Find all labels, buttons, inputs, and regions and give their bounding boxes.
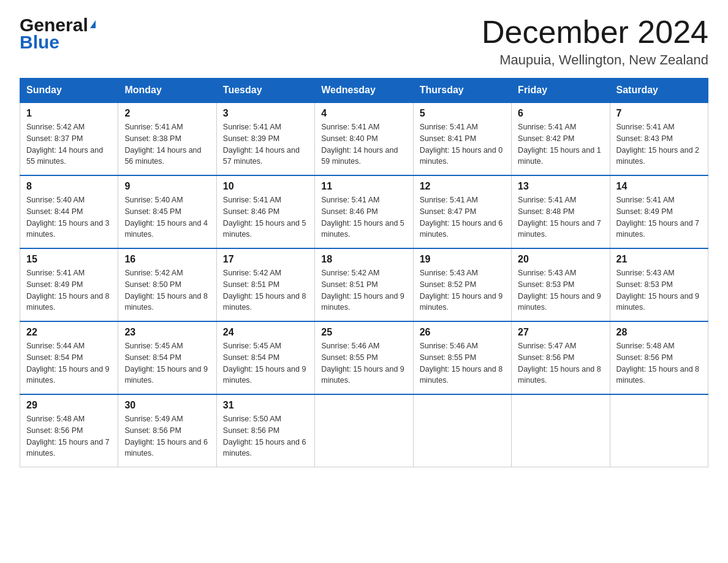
calendar-cell bbox=[512, 394, 610, 467]
calendar-table: SundayMondayTuesdayWednesdayThursdayFrid… bbox=[20, 78, 708, 467]
day-number: 30 bbox=[124, 400, 210, 411]
day-number: 15 bbox=[26, 254, 112, 265]
calendar-cell: 19 Sunrise: 5:43 AMSunset: 8:52 PMDaylig… bbox=[413, 248, 511, 321]
day-info: Sunrise: 5:41 AMSunset: 8:43 PMDaylight:… bbox=[616, 121, 702, 167]
day-info: Sunrise: 5:41 AMSunset: 8:47 PMDaylight:… bbox=[420, 194, 505, 240]
day-info: Sunrise: 5:43 AMSunset: 8:52 PMDaylight:… bbox=[420, 267, 505, 313]
calendar-cell: 13 Sunrise: 5:41 AMSunset: 8:48 PMDaylig… bbox=[512, 175, 610, 248]
calendar-cell: 22 Sunrise: 5:44 AMSunset: 8:54 PMDaylig… bbox=[20, 321, 118, 394]
weekday-header-friday: Friday bbox=[512, 79, 610, 103]
day-number: 4 bbox=[321, 108, 406, 119]
weekday-header-monday: Monday bbox=[118, 79, 216, 103]
day-number: 20 bbox=[518, 254, 603, 265]
calendar-cell: 3 Sunrise: 5:41 AMSunset: 8:39 PMDayligh… bbox=[216, 102, 314, 175]
calendar-week-row: 15 Sunrise: 5:41 AMSunset: 8:49 PMDaylig… bbox=[20, 248, 708, 321]
day-info: Sunrise: 5:41 AMSunset: 8:38 PMDaylight:… bbox=[124, 121, 210, 167]
calendar-week-row: 1 Sunrise: 5:42 AMSunset: 8:37 PMDayligh… bbox=[20, 102, 708, 175]
calendar-cell: 21 Sunrise: 5:43 AMSunset: 8:53 PMDaylig… bbox=[610, 248, 708, 321]
calendar-cell: 11 Sunrise: 5:41 AMSunset: 8:46 PMDaylig… bbox=[315, 175, 413, 248]
day-info: Sunrise: 5:41 AMSunset: 8:42 PMDaylight:… bbox=[518, 121, 603, 167]
weekday-header-wednesday: Wednesday bbox=[315, 79, 413, 103]
day-number: 29 bbox=[26, 400, 112, 411]
calendar-cell: 29 Sunrise: 5:48 AMSunset: 8:56 PMDaylig… bbox=[20, 394, 118, 467]
weekday-header-sunday: Sunday bbox=[20, 79, 118, 103]
day-info: Sunrise: 5:47 AMSunset: 8:56 PMDaylight:… bbox=[518, 340, 603, 386]
day-number: 2 bbox=[124, 108, 210, 119]
day-info: Sunrise: 5:40 AMSunset: 8:44 PMDaylight:… bbox=[26, 194, 112, 240]
day-number: 18 bbox=[321, 254, 406, 265]
calendar-cell: 30 Sunrise: 5:49 AMSunset: 8:56 PMDaylig… bbox=[118, 394, 216, 467]
day-number: 17 bbox=[223, 254, 308, 265]
day-number: 13 bbox=[518, 181, 603, 192]
calendar-subtitle: Maupuia, Wellington, New Zealand bbox=[482, 52, 708, 68]
weekday-header-saturday: Saturday bbox=[610, 79, 708, 103]
logo-triangle-icon bbox=[90, 20, 96, 28]
day-info: Sunrise: 5:41 AMSunset: 8:39 PMDaylight:… bbox=[223, 121, 308, 167]
day-info: Sunrise: 5:42 AMSunset: 8:51 PMDaylight:… bbox=[321, 267, 406, 313]
calendar-cell: 5 Sunrise: 5:41 AMSunset: 8:41 PMDayligh… bbox=[413, 102, 511, 175]
day-number: 31 bbox=[223, 400, 308, 411]
calendar-cell: 4 Sunrise: 5:41 AMSunset: 8:40 PMDayligh… bbox=[315, 102, 413, 175]
page-header: General Blue December 2024 Maupuia, Well… bbox=[20, 15, 708, 68]
calendar-cell: 6 Sunrise: 5:41 AMSunset: 8:42 PMDayligh… bbox=[512, 102, 610, 175]
calendar-cell: 20 Sunrise: 5:43 AMSunset: 8:53 PMDaylig… bbox=[512, 248, 610, 321]
day-number: 16 bbox=[124, 254, 210, 265]
weekday-header-row: SundayMondayTuesdayWednesdayThursdayFrid… bbox=[20, 79, 708, 103]
day-number: 11 bbox=[321, 181, 406, 192]
calendar-title: December 2024 bbox=[482, 15, 708, 50]
calendar-cell bbox=[610, 394, 708, 467]
calendar-cell: 27 Sunrise: 5:47 AMSunset: 8:56 PMDaylig… bbox=[512, 321, 610, 394]
day-number: 24 bbox=[223, 327, 308, 338]
day-info: Sunrise: 5:41 AMSunset: 8:48 PMDaylight:… bbox=[518, 194, 603, 240]
day-number: 6 bbox=[518, 108, 603, 119]
day-number: 21 bbox=[616, 254, 702, 265]
day-number: 22 bbox=[26, 327, 112, 338]
day-number: 27 bbox=[518, 327, 603, 338]
calendar-week-row: 22 Sunrise: 5:44 AMSunset: 8:54 PMDaylig… bbox=[20, 321, 708, 394]
logo: General Blue bbox=[20, 15, 96, 53]
calendar-cell bbox=[315, 394, 413, 467]
day-info: Sunrise: 5:42 AMSunset: 8:37 PMDaylight:… bbox=[26, 121, 112, 167]
day-info: Sunrise: 5:41 AMSunset: 8:49 PMDaylight:… bbox=[616, 194, 702, 240]
logo-blue-text: Blue bbox=[20, 32, 59, 53]
day-info: Sunrise: 5:48 AMSunset: 8:56 PMDaylight:… bbox=[26, 413, 112, 459]
calendar-cell: 25 Sunrise: 5:46 AMSunset: 8:55 PMDaylig… bbox=[315, 321, 413, 394]
calendar-cell: 12 Sunrise: 5:41 AMSunset: 8:47 PMDaylig… bbox=[413, 175, 511, 248]
calendar-cell: 16 Sunrise: 5:42 AMSunset: 8:50 PMDaylig… bbox=[118, 248, 216, 321]
day-number: 3 bbox=[223, 108, 308, 119]
calendar-cell: 9 Sunrise: 5:40 AMSunset: 8:45 PMDayligh… bbox=[118, 175, 216, 248]
calendar-cell: 18 Sunrise: 5:42 AMSunset: 8:51 PMDaylig… bbox=[315, 248, 413, 321]
calendar-cell: 23 Sunrise: 5:45 AMSunset: 8:54 PMDaylig… bbox=[118, 321, 216, 394]
calendar-cell bbox=[413, 394, 511, 467]
calendar-cell: 1 Sunrise: 5:42 AMSunset: 8:37 PMDayligh… bbox=[20, 102, 118, 175]
day-number: 28 bbox=[616, 327, 702, 338]
day-info: Sunrise: 5:46 AMSunset: 8:55 PMDaylight:… bbox=[420, 340, 505, 386]
calendar-cell: 10 Sunrise: 5:41 AMSunset: 8:46 PMDaylig… bbox=[216, 175, 314, 248]
day-info: Sunrise: 5:41 AMSunset: 8:40 PMDaylight:… bbox=[321, 121, 406, 167]
calendar-cell: 28 Sunrise: 5:48 AMSunset: 8:56 PMDaylig… bbox=[610, 321, 708, 394]
calendar-cell: 8 Sunrise: 5:40 AMSunset: 8:44 PMDayligh… bbox=[20, 175, 118, 248]
day-info: Sunrise: 5:43 AMSunset: 8:53 PMDaylight:… bbox=[518, 267, 603, 313]
day-info: Sunrise: 5:45 AMSunset: 8:54 PMDaylight:… bbox=[223, 340, 308, 386]
calendar-cell: 14 Sunrise: 5:41 AMSunset: 8:49 PMDaylig… bbox=[610, 175, 708, 248]
day-number: 8 bbox=[26, 181, 112, 192]
day-info: Sunrise: 5:49 AMSunset: 8:56 PMDaylight:… bbox=[124, 413, 210, 459]
day-number: 14 bbox=[616, 181, 702, 192]
day-info: Sunrise: 5:40 AMSunset: 8:45 PMDaylight:… bbox=[124, 194, 210, 240]
calendar-cell: 2 Sunrise: 5:41 AMSunset: 8:38 PMDayligh… bbox=[118, 102, 216, 175]
calendar-cell: 31 Sunrise: 5:50 AMSunset: 8:56 PMDaylig… bbox=[216, 394, 314, 467]
calendar-cell: 17 Sunrise: 5:42 AMSunset: 8:51 PMDaylig… bbox=[216, 248, 314, 321]
day-number: 19 bbox=[420, 254, 505, 265]
day-info: Sunrise: 5:43 AMSunset: 8:53 PMDaylight:… bbox=[616, 267, 702, 313]
day-info: Sunrise: 5:48 AMSunset: 8:56 PMDaylight:… bbox=[616, 340, 702, 386]
day-number: 5 bbox=[420, 108, 505, 119]
calendar-week-row: 8 Sunrise: 5:40 AMSunset: 8:44 PMDayligh… bbox=[20, 175, 708, 248]
day-number: 9 bbox=[124, 181, 210, 192]
day-info: Sunrise: 5:41 AMSunset: 8:46 PMDaylight:… bbox=[223, 194, 308, 240]
day-info: Sunrise: 5:46 AMSunset: 8:55 PMDaylight:… bbox=[321, 340, 406, 386]
calendar-week-row: 29 Sunrise: 5:48 AMSunset: 8:56 PMDaylig… bbox=[20, 394, 708, 467]
day-info: Sunrise: 5:50 AMSunset: 8:56 PMDaylight:… bbox=[223, 413, 308, 459]
title-area: December 2024 Maupuia, Wellington, New Z… bbox=[482, 15, 708, 68]
day-number: 23 bbox=[124, 327, 210, 338]
day-number: 1 bbox=[26, 108, 112, 119]
